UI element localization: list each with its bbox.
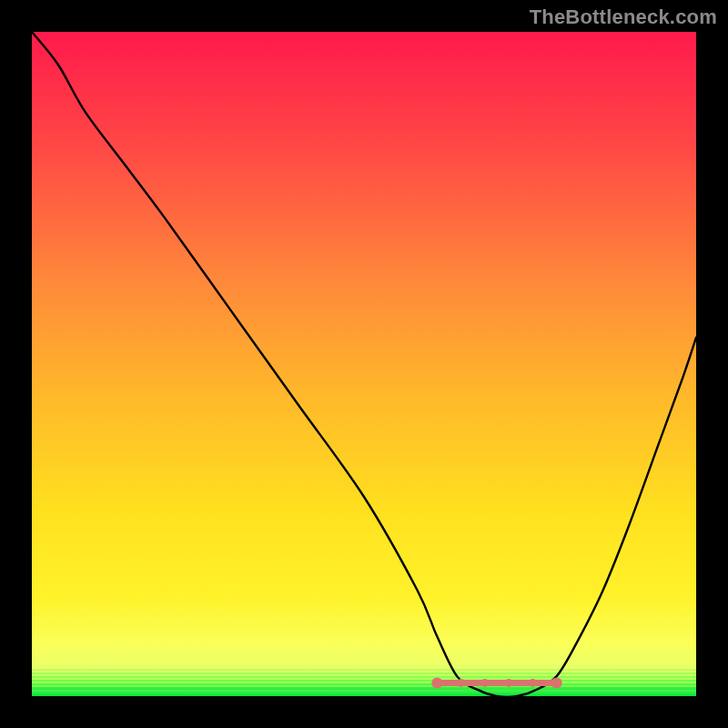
svg-rect-1: [32, 672, 696, 674]
gradient-background: [32, 32, 696, 696]
svg-point-8: [457, 679, 465, 687]
chart-frame: TheBottleneck.com: [0, 0, 728, 728]
svg-point-7: [431, 677, 442, 688]
svg-rect-0: [32, 669, 696, 671]
svg-rect-2: [32, 676, 696, 678]
svg-point-12: [551, 677, 562, 688]
svg-point-10: [505, 679, 513, 687]
svg-rect-5: [32, 687, 696, 690]
svg-rect-3: [32, 680, 696, 682]
svg-rect-4: [32, 683, 696, 685]
chart-svg: [32, 32, 696, 696]
watermark-text: TheBottleneck.com: [530, 5, 717, 29]
svg-point-9: [480, 679, 489, 687]
chart-plot-area: [32, 32, 696, 696]
svg-point-11: [529, 679, 537, 687]
